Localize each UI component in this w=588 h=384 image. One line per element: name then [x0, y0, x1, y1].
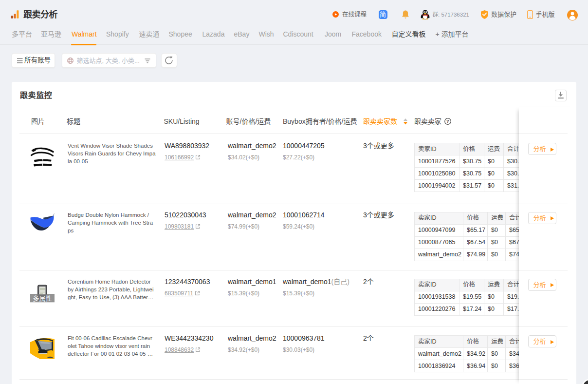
- svg-text:多属性: 多属性: [33, 293, 52, 303]
- svg-text:?: ?: [446, 118, 449, 124]
